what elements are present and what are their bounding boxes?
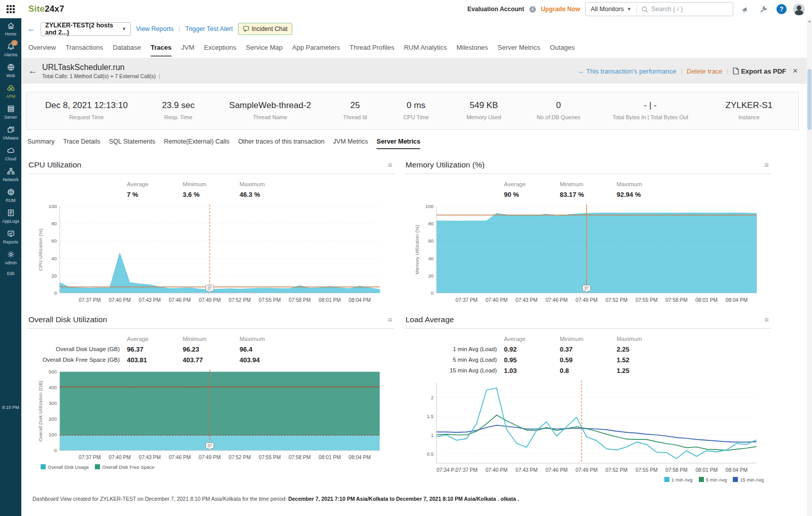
- tab-outages[interactable]: Outages: [550, 44, 574, 57]
- sidebar-item-label: APM: [6, 94, 15, 99]
- sidebar-item-label: Web: [6, 73, 15, 78]
- panel-title: Load Average: [405, 315, 454, 324]
- panel-stats-table: AverageMinimumMaximum7 %3.6 %46.3 %: [27, 179, 394, 199]
- tab-traces[interactable]: Traces: [151, 44, 172, 57]
- panel-menu-icon[interactable]: ≡: [764, 162, 769, 167]
- legend-item[interactable]: Overall Disk Free Space: [95, 464, 154, 470]
- network-icon: [7, 167, 15, 176]
- tab-app-parameters[interactable]: App Parameters: [292, 44, 340, 57]
- disk-utilization-chart[interactable]: 010020030040050007:37 PM07:40 PM07:43 PM…: [27, 367, 394, 463]
- metric-minimum: 0.8: [560, 365, 617, 375]
- panel-menu-icon[interactable]: ≡: [388, 317, 392, 322]
- scrollbar-thumb[interactable]: [807, 69, 811, 130]
- legend-item[interactable]: Overall Disk Usage: [41, 464, 89, 470]
- chevron-down-icon: ▼: [122, 26, 126, 31]
- col-header: Minimum: [183, 179, 240, 189]
- announcement-icon[interactable]: [738, 3, 752, 16]
- evaluation-account-label: Evaluation Account: [467, 6, 524, 13]
- svg-text:400: 400: [49, 385, 57, 390]
- subtab-trace-details[interactable]: Trace Details: [63, 138, 100, 149]
- upgrade-now-link[interactable]: Upgrade Now: [541, 6, 580, 13]
- svg-text:08:01 PM: 08:01 PM: [695, 297, 718, 303]
- trigger-test-alert-link[interactable]: Trigger Test Alert: [185, 25, 233, 32]
- search-icon: [641, 6, 648, 13]
- sidebar-item-vmware[interactable]: VMware: [0, 122, 21, 143]
- tab-service-map[interactable]: Service Map: [246, 44, 283, 57]
- sidebar-item-alarms[interactable]: Alarms2: [0, 39, 21, 60]
- sidebar-item-reports[interactable]: Reports: [0, 226, 21, 247]
- stat-value: ZYLKER-S1: [708, 100, 790, 111]
- stat-label: Request Time: [35, 114, 138, 120]
- subtab-sql-statements[interactable]: SQL Statements: [109, 138, 155, 149]
- sidebar-item-cloud[interactable]: Cloud: [0, 143, 21, 164]
- svg-text:100: 100: [425, 203, 434, 209]
- sidebar-item-web[interactable]: Web: [0, 60, 21, 81]
- logs-icon: [7, 209, 15, 217]
- sidebar-item-label: Network: [3, 177, 18, 182]
- site24x7-logo[interactable]: Site24x7: [28, 4, 64, 14]
- svg-text:07:52 PM: 07:52 PM: [605, 297, 628, 303]
- sidebar-item-network[interactable]: Network: [0, 164, 21, 185]
- delete-trace-link[interactable]: Delete trace: [687, 67, 722, 75]
- close-icon[interactable]: ×: [793, 66, 798, 76]
- chart-legend: Overall Disk UsageOverall Disk Free Spac…: [41, 464, 394, 470]
- subtab-other-traces-of-this-transaction[interactable]: Other traces of this transaction: [238, 138, 324, 149]
- all-monitors-select[interactable]: All Monitors ▼: [586, 6, 636, 13]
- export-pdf-link[interactable]: Export as PDF: [733, 67, 786, 75]
- tab-database[interactable]: Database: [113, 44, 141, 57]
- incident-chat-button[interactable]: Incident Chat: [238, 23, 293, 35]
- trace-back-arrow-icon[interactable]: ←: [28, 66, 37, 76]
- view-reports-link[interactable]: View Reports: [136, 25, 174, 32]
- subtab-summary[interactable]: Summary: [27, 138, 54, 149]
- legend-item[interactable]: 5 min Avg: [699, 477, 727, 483]
- subtab-remote-external-calls[interactable]: Remote(External) Calls: [164, 138, 229, 149]
- sidebar-item-label: AppLogs: [2, 219, 19, 224]
- transaction-performance-link[interactable]: ← This transaction's performance: [578, 67, 676, 75]
- tab-thread-profiles[interactable]: Thread Profiles: [350, 44, 394, 57]
- panel-stats-table: AverageMinimumMaximum1 min Avg (Load)0.9…: [404, 334, 771, 375]
- svg-text:07:49 PM: 07:49 PM: [576, 297, 598, 303]
- user-avatar[interactable]: [793, 4, 805, 15]
- tab-transactions[interactable]: Transactions: [65, 44, 103, 57]
- page-scrollbar[interactable]: ▲: [807, 18, 812, 516]
- search-input[interactable]: Search ( / ): [637, 6, 733, 13]
- subtab-jvm-metrics[interactable]: JVM Metrics: [333, 138, 368, 149]
- monitor-select[interactable]: ZYLKER-TEST(2 hosts and 2...) ▼: [41, 22, 131, 36]
- panel-menu-icon[interactable]: ≡: [388, 162, 392, 167]
- cpu-utilization-chart[interactable]: 02040608010007:37 PM07:40 PM07:43 PM07:4…: [27, 201, 394, 306]
- panel-menu-icon[interactable]: ≡: [764, 317, 769, 322]
- help-icon[interactable]: ?: [775, 3, 788, 16]
- app-grid-icon: [7, 5, 15, 13]
- stat-label: Resp. Time: [144, 114, 213, 120]
- sidebar-item-server[interactable]: Server: [0, 101, 21, 122]
- cloud-icon: [7, 146, 15, 155]
- panel-title: Overall Disk Utilization: [28, 315, 107, 324]
- metric-maximum: 92.94 %: [617, 189, 771, 199]
- sidebar-item-home[interactable]: Home: [0, 18, 21, 39]
- subtab-server-metrics[interactable]: Server Metrics: [377, 138, 420, 149]
- app-grid-button[interactable]: [0, 0, 21, 18]
- sidebar-item-applogs[interactable]: AppLogs: [0, 205, 21, 226]
- wrench-icon[interactable]: [757, 3, 770, 16]
- tab-exceptions[interactable]: Exceptions: [204, 44, 236, 57]
- stat-value: 549 KB: [450, 100, 518, 111]
- sidebar-item-rum[interactable]: RUM: [0, 185, 21, 205]
- sidebar-item-admin[interactable]: Admin: [0, 247, 21, 268]
- tab-milestones[interactable]: Milestones: [456, 44, 488, 57]
- sidebar-item-apm[interactable]: APM: [0, 81, 21, 101]
- metric-minimum: 83.17 %: [560, 189, 617, 199]
- tab-server-metrics[interactable]: Server Metrics: [498, 44, 540, 57]
- tab-jvm[interactable]: JVM: [181, 44, 194, 57]
- tab-overview[interactable]: Overview: [28, 44, 56, 57]
- back-arrow-icon[interactable]: ←: [27, 24, 36, 33]
- tab-rum-analytics[interactable]: RUM Analytics: [404, 44, 447, 57]
- svg-text:07:43 PM: 07:43 PM: [516, 297, 538, 303]
- sidebar-item-edit[interactable]: Edit: [0, 268, 21, 279]
- sidebar-item-label: Server: [4, 115, 17, 120]
- info-icon[interactable]: i: [529, 6, 536, 13]
- scroll-up-icon[interactable]: ▲: [807, 18, 812, 24]
- legend-item[interactable]: 1 min Avg: [664, 477, 693, 483]
- load-average-chart[interactable]: 0.511.5207:34 P..07:37 PM07:40 PM07:43 P…: [404, 377, 771, 476]
- memory-utilization-chart[interactable]: 02040608010007:37 PM07:40 PM07:43 PM07:4…: [404, 201, 771, 306]
- legend-item[interactable]: 15 min Avg: [733, 477, 764, 483]
